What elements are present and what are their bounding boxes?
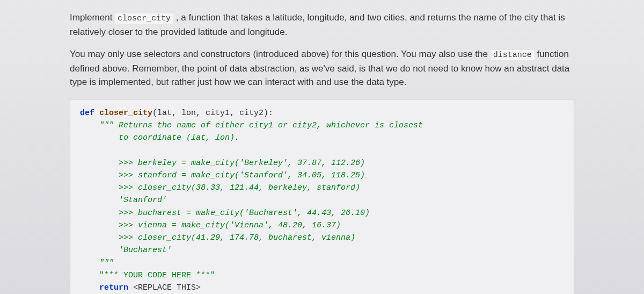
- para1-pre: Implement: [70, 12, 115, 23]
- function-name: closer_city: [99, 109, 152, 118]
- code-placeholder: "*** YOUR CODE HERE ***": [99, 271, 215, 280]
- instruction-paragraph-2: You may only use selectors and construct…: [70, 47, 574, 89]
- def-keyword: def: [80, 109, 94, 118]
- docstring-line-2: to coordinate (lat, lon).: [99, 133, 239, 142]
- example-2: >>> stanford = make_city('Stanford', 34.…: [119, 171, 365, 180]
- example-6-result: 'Bucharest': [119, 246, 172, 255]
- closer-city-code: closer_city: [115, 13, 173, 24]
- docstring-line-1: """ Returns the name of either city1 or …: [99, 121, 423, 130]
- example-3: >>> closer_city(38.33, 121.44, berkeley,…: [119, 183, 360, 192]
- function-params: (lat, lon, city1, city2):: [152, 109, 273, 118]
- example-1: >>> berkeley = make_city('Berkeley', 37.…: [119, 159, 365, 168]
- code-block: def closer_city(lat, lon, city1, city2):…: [70, 99, 574, 295]
- para2-pre: You may only use selectors and construct…: [70, 49, 491, 59]
- return-value: <REPLACE THIS>: [128, 283, 201, 292]
- docstring-end: """: [99, 259, 114, 268]
- example-3-result: 'Stanford': [119, 196, 167, 205]
- distance-code: distance: [491, 50, 535, 60]
- example-5: >>> vienna = make_city('Vienna', 48.20, …: [119, 221, 341, 230]
- example-6: >>> closer_city(41.29, 174.78, bucharest…: [119, 233, 355, 242]
- instruction-paragraph-1: Implement closer_city , a function that …: [70, 11, 574, 39]
- return-keyword: return: [99, 283, 128, 292]
- example-4: >>> bucharest = make_city('Bucharest', 4…: [119, 209, 370, 218]
